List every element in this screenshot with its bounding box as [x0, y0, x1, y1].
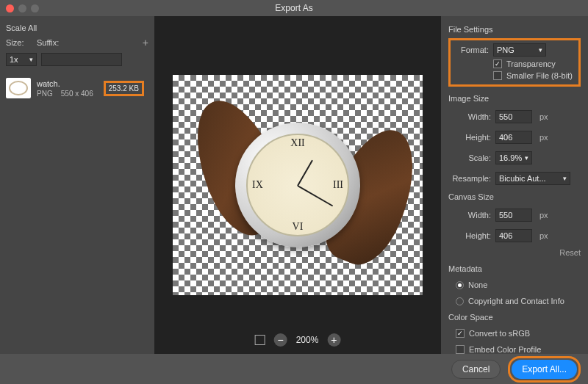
size-select-value: 1x	[10, 55, 18, 64]
size-label: Size:	[6, 38, 32, 47]
cnv-width-unit: px	[539, 211, 548, 220]
convert-srgb-checkbox[interactable]: ✓	[456, 329, 465, 338]
preview-area: XII III VI IX − 200% +	[154, 16, 441, 354]
reset-button[interactable]: Reset	[448, 248, 581, 257]
scale-value: 16.9%	[499, 153, 522, 162]
item-dimensions: 550 x 406	[61, 90, 93, 98]
right-panel: File Settings Format: PNG ▾ ✓ Transparen…	[441, 16, 588, 354]
main-content: Scale All Size: Suffix: + 1x ▾ watch. PN…	[0, 16, 588, 354]
format-select-value: PNG	[497, 46, 514, 54]
image-size-heading: Image Size	[448, 94, 581, 103]
zoom-level: 200%	[296, 335, 319, 345]
preview-canvas[interactable]: XII III VI IX	[173, 75, 423, 295]
transparency-label: Transparency	[506, 59, 556, 68]
resample-select[interactable]: Bicubic Aut... ▾	[495, 172, 570, 185]
item-meta: PNG 550 x 406	[37, 90, 93, 98]
item-filesize: 253.2 KB	[104, 81, 144, 96]
metadata-heading: Metadata	[448, 264, 581, 273]
titlebar: Export As	[0, 0, 588, 16]
resample-label: Resample:	[448, 174, 491, 183]
fit-screen-icon[interactable]	[255, 335, 265, 345]
cnv-width-label: Width:	[448, 211, 491, 220]
img-height-input[interactable]: 406	[495, 131, 532, 144]
zoom-out-button[interactable]: −	[274, 333, 287, 347]
zoom-in-button[interactable]: +	[327, 333, 340, 347]
add-size-button[interactable]: +	[143, 37, 148, 48]
cnv-height-unit: px	[539, 231, 548, 240]
resample-value: Bicubic Aut...	[499, 174, 546, 183]
item-text: watch. PNG 550 x 406	[37, 79, 93, 98]
preview-image: XII III VI IX	[195, 97, 401, 273]
metadata-copyright-radio[interactable]	[456, 297, 464, 305]
metadata-copyright-label: Copyright and Contact Info	[468, 297, 564, 305]
export-item-row[interactable]: watch. PNG 550 x 406 253.2 KB	[6, 78, 148, 98]
chevron-down-icon: ▾	[539, 46, 542, 54]
item-format: PNG	[37, 90, 53, 98]
suffix-input[interactable]	[41, 53, 122, 66]
canvas-size-heading: Canvas Size	[448, 192, 581, 201]
minimize-window-button[interactable]	[18, 4, 26, 12]
footer: Cancel Export All...	[0, 354, 588, 384]
color-space-heading: Color Space	[448, 313, 581, 322]
chevron-down-icon: ▾	[525, 154, 528, 162]
img-width-label: Width:	[448, 112, 491, 121]
convert-srgb-label: Convert to sRGB	[469, 329, 530, 338]
zoom-window-button[interactable]	[31, 4, 39, 12]
smaller-file-label: Smaller File (8-bit)	[506, 71, 573, 80]
size-select[interactable]: 1x ▾	[6, 53, 37, 66]
scale-label: Scale:	[448, 153, 491, 162]
item-thumbnail	[6, 78, 31, 98]
traffic-lights	[6, 4, 39, 12]
cnv-width-input[interactable]: 550	[495, 209, 532, 222]
cnv-height-label: Height:	[448, 231, 491, 240]
cancel-button[interactable]: Cancel	[451, 360, 501, 379]
export-all-button[interactable]: Export All...	[512, 360, 577, 379]
file-settings-highlight: Format: PNG ▾ ✓ Transparency Smaller Fil…	[448, 38, 581, 87]
format-label: Format:	[452, 46, 489, 54]
window-title: Export As	[275, 3, 312, 13]
export-highlight: Export All...	[508, 356, 581, 383]
embed-profile-label: Embed Color Profile	[469, 345, 541, 354]
file-settings-heading: File Settings	[448, 25, 581, 34]
embed-profile-checkbox[interactable]	[456, 345, 465, 354]
scale-all-heading: Scale All	[6, 23, 148, 32]
img-height-unit: px	[539, 133, 548, 142]
img-width-input[interactable]: 550	[495, 110, 532, 123]
img-width-unit: px	[539, 112, 548, 121]
cnv-height-input[interactable]: 406	[495, 229, 532, 242]
smaller-file-checkbox[interactable]	[493, 71, 502, 80]
metadata-none-radio[interactable]	[456, 281, 464, 289]
chevron-down-icon: ▾	[563, 175, 567, 182]
item-name: watch.	[37, 79, 93, 88]
format-select[interactable]: PNG ▾	[493, 43, 546, 57]
chevron-down-icon: ▾	[29, 56, 33, 63]
left-panel: Scale All Size: Suffix: + 1x ▾ watch. PN…	[0, 16, 154, 354]
close-window-button[interactable]	[6, 4, 14, 12]
transparency-checkbox[interactable]: ✓	[493, 59, 502, 68]
zoom-toolbar: − 200% +	[255, 333, 341, 347]
scale-select[interactable]: 16.9% ▾	[495, 151, 532, 164]
img-height-label: Height:	[448, 133, 491, 142]
suffix-label: Suffix:	[37, 38, 59, 47]
metadata-none-label: None	[468, 280, 487, 289]
